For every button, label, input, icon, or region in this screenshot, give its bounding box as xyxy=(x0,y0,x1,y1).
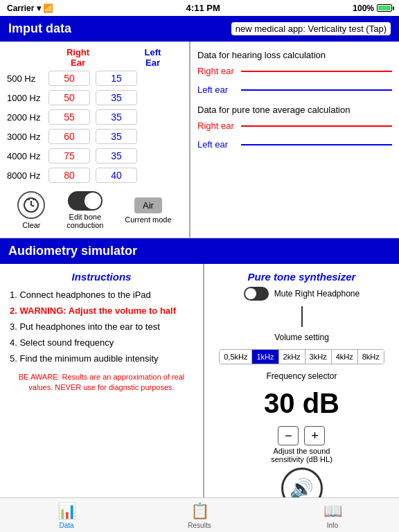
instruction-item: 3. Put headphones into the ear to test xyxy=(10,321,193,332)
freq-label: 4000 Hz xyxy=(7,151,48,161)
left-ear-input[interactable] xyxy=(96,109,137,125)
main-section: Right Ear Left Ear 500 Hz 1000 Hz 2000 H… xyxy=(0,42,399,238)
instructions-panel: Instructions 1. Connect headphones to th… xyxy=(0,264,204,529)
tab-data[interactable]: 📊 Data xyxy=(39,502,94,529)
frequency-selector: 0,5kHz1kHz2kHz3kHz4kHz8kHz xyxy=(219,349,384,364)
simulator-body: Instructions 1. Connect headphones to th… xyxy=(0,264,399,529)
battery-indicator: 100% xyxy=(353,3,392,13)
instruction-item: 1. Connect headphones to the iPad xyxy=(10,290,193,300)
left-ear-label-2: Left ear xyxy=(197,139,236,150)
left-ear-line-1 xyxy=(241,89,392,91)
left-ear-input[interactable] xyxy=(96,129,137,144)
tab-bar: 📊 Data 📋 Results 📖 Info xyxy=(0,497,399,532)
db-display: 30 dB xyxy=(264,388,339,419)
right-ear-row-2: Right ear xyxy=(197,121,392,131)
right-ear-input[interactable] xyxy=(48,90,90,105)
freq-selector-label: Frequency selector xyxy=(266,371,337,381)
left-ear-line-2 xyxy=(241,144,392,145)
right-ear-label-1: Right ear xyxy=(197,66,236,76)
instruction-item: 4. Select sound frequency xyxy=(10,337,193,348)
freq-row: 8000 Hz xyxy=(7,168,182,183)
freq-row: 2000 Hz xyxy=(7,109,182,125)
carrier-text: Carrier ▾ 📶 xyxy=(7,3,53,13)
right-ear-input[interactable] xyxy=(48,129,90,144)
data-panel: Data for hearing loss calculation Right … xyxy=(190,42,399,238)
app-title: Imput data xyxy=(8,21,71,36)
sensitivity-row: − + xyxy=(278,426,325,445)
frequency-rows: 500 Hz 1000 Hz 2000 Hz 3000 Hz 4000 Hz 8… xyxy=(7,71,182,183)
clear-group: Clear xyxy=(17,191,45,229)
speaker-icon: 🔊 xyxy=(290,477,314,500)
ear-headers: Right Ear Left Ear xyxy=(7,47,182,68)
header-subtitle[interactable]: new medical app: Verticality test (Tap) xyxy=(231,22,391,35)
right-ear-header: Right Ear xyxy=(54,47,103,68)
freq-label: 1000 Hz xyxy=(7,93,48,103)
instruction-item: 5. Find the minimum audible intensity xyxy=(10,353,193,364)
left-ear-input[interactable] xyxy=(96,148,137,163)
synth-title: Pure tone synthesizer xyxy=(248,271,356,283)
freq-row: 500 Hz xyxy=(7,71,182,86)
freq-label: 500 Hz xyxy=(7,73,48,84)
current-mode-group: Air Current mode xyxy=(125,197,171,224)
instructions-list: 1. Connect headphones to the iPad2. WARN… xyxy=(10,290,193,364)
right-ear-row-1: Right ear xyxy=(197,66,392,76)
volume-indicator xyxy=(301,306,303,327)
synthesizer-panel: Pure tone synthesizer Mute Right Headpho… xyxy=(204,264,399,529)
freq-selector-btn[interactable]: 0,5kHz xyxy=(220,350,252,364)
tab-icon: 📖 xyxy=(323,502,342,520)
left-ear-input[interactable] xyxy=(96,90,137,105)
mute-toggle[interactable] xyxy=(244,287,269,301)
tab-label: Data xyxy=(59,522,73,529)
left-ear-input[interactable] xyxy=(96,168,137,183)
hearing-loss-title: Data for hearing loss calculation xyxy=(197,50,392,60)
clear-label: Clear xyxy=(22,221,40,229)
edit-bone-label: Edit bone conduction xyxy=(66,213,103,229)
left-ear-row-2: Left ear xyxy=(197,139,392,150)
volume-label: Volume setting xyxy=(274,332,329,342)
time-display: 4:11 PM xyxy=(186,3,220,13)
freq-selector-btn[interactable]: 3kHz xyxy=(305,350,332,364)
freq-row: 4000 Hz xyxy=(7,148,182,163)
battery-icon xyxy=(377,4,392,12)
current-mode-label: Current mode xyxy=(125,215,171,224)
left-ear-label-1: Left ear xyxy=(197,85,236,95)
freq-selector-btn[interactable]: 2kHz xyxy=(279,350,305,364)
sensitivity-label: Adjust the soundsensitivity (dB HL) xyxy=(271,447,332,463)
plus-button[interactable]: + xyxy=(304,426,325,445)
status-bar: Carrier ▾ 📶 4:11 PM 100% xyxy=(0,0,399,16)
buttons-row: Clear Edit bone conduction Air Current m… xyxy=(7,188,182,232)
right-ear-line-2 xyxy=(241,125,392,127)
freq-label: 8000 Hz xyxy=(7,170,48,181)
left-ear-header: Left Ear xyxy=(129,47,177,68)
right-ear-label-2: Right ear xyxy=(197,121,236,131)
minus-button[interactable]: − xyxy=(278,426,299,445)
instructions-warning: BE AWARE: Results are an approximation o… xyxy=(10,372,193,393)
freq-selector-btn[interactable]: 1kHz xyxy=(252,350,278,364)
right-ear-input[interactable] xyxy=(48,71,90,86)
left-ear-input[interactable] xyxy=(96,71,137,86)
freq-row: 3000 Hz xyxy=(7,129,182,144)
freq-selector-btn[interactable]: 4kHz xyxy=(332,350,358,364)
freq-selector-btn[interactable]: 8kHz xyxy=(358,350,384,364)
instructions-title: Instructions xyxy=(10,271,193,283)
freq-label: 2000 Hz xyxy=(7,112,48,123)
clear-button[interactable] xyxy=(17,191,45,219)
tab-info[interactable]: 📖 Info xyxy=(305,502,360,529)
tab-icon: 📊 xyxy=(57,502,76,520)
left-ear-row-1: Left ear xyxy=(197,85,392,95)
bone-conduction-toggle[interactable] xyxy=(68,191,103,211)
right-ear-input[interactable] xyxy=(48,168,90,183)
right-ear-input[interactable] xyxy=(48,109,90,125)
right-ear-input[interactable] xyxy=(48,148,90,163)
mute-toggle-knob xyxy=(245,288,256,299)
pure-tone-avg-title: Data for pure tone average calculation xyxy=(197,105,392,115)
instruction-item: 2. WARNING: Adjust the volume to half xyxy=(10,305,193,316)
mode-button[interactable]: Air xyxy=(134,197,162,213)
tab-label: Results xyxy=(188,522,211,529)
toggle-knob xyxy=(85,193,101,209)
input-panel: Right Ear Left Ear 500 Hz 1000 Hz 2000 H… xyxy=(0,42,190,238)
tab-results[interactable]: 📋 Results xyxy=(172,502,227,529)
app-header: Imput data new medical app: Verticality … xyxy=(0,16,399,42)
freq-label: 3000 Hz xyxy=(7,132,48,142)
simulator-header: Audiometry simulator xyxy=(0,238,399,264)
